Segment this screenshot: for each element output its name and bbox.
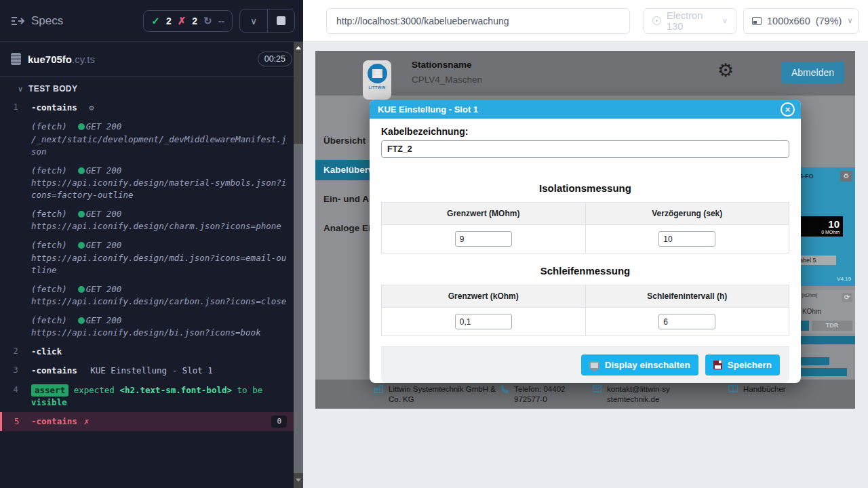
stop-button[interactable] <box>267 9 294 32</box>
logout-button[interactable]: Abmelden <box>781 62 844 83</box>
fetch-tag: (fetch) <box>31 165 67 177</box>
loop-intervall-input[interactable] <box>658 314 715 329</box>
kue-settings-dialog: KUE Einstellung - Slot 1 × Kabelbezeichn… <box>370 100 801 383</box>
gear-icon: ⚙ <box>89 103 94 113</box>
fetch-log-row[interactable]: (fetch)GET 200 https://api.iconify.desig… <box>0 311 294 342</box>
browser-topbar: Electron 130 ∨ 1000x660 (79%) ∨ <box>303 0 868 42</box>
scrollbar-thumb[interactable] <box>294 144 303 473</box>
command-row[interactable]: 3 -contains KUE Einstellung - Slot 1 <box>0 361 294 380</box>
footer-phone: Telefon: 04402 972577-0 <box>500 384 592 409</box>
spec-duration-badge: 00:25 <box>258 52 292 66</box>
iso-col2-header: Verzögerung (sek) <box>585 203 789 225</box>
collapse-button[interactable]: ∨ <box>240 9 267 32</box>
save-button[interactable]: Speichern <box>705 354 780 375</box>
fetch-status: GET 200 <box>86 208 122 220</box>
loop-col2-header: Schleifenintervall (h) <box>585 285 789 308</box>
fetch-status: GET 200 <box>86 165 122 177</box>
specs-panel-icon[interactable] <box>11 16 24 26</box>
viewport-select[interactable]: 1000x660 (79%) ∨ <box>743 8 859 34</box>
fetch-status: GET 200 <box>86 121 122 133</box>
fetch-url: https://api.iconify.design/material-symb… <box>31 177 290 201</box>
cypress-reporter: Specs ✓ 2 ✗ 2 ↻ -- ∨ kue705fo.cy.ts 0 <box>0 0 303 488</box>
fetch-url: https://api.iconify.design/bi.json?icons… <box>31 327 290 339</box>
electron-icon <box>652 16 661 25</box>
status-dot-icon <box>78 167 85 174</box>
station-value: CPLV4_Maschen <box>412 75 482 85</box>
chevron-down-icon: ∨ <box>722 16 728 25</box>
ohm-value: 22 KOhm <box>793 302 852 315</box>
fail-x-icon: ✗ <box>84 415 90 428</box>
footer-manuals[interactable]: Handbücher <box>728 384 786 409</box>
passed-count: 2 <box>166 16 172 26</box>
iso-grenzwert-input[interactable] <box>455 231 512 247</box>
command-row[interactable]: 2 -click <box>0 342 294 361</box>
dialog-footer: Display einschalten Speichern <box>381 346 789 383</box>
iso-col1-header: Grenzwert (MOhm) <box>382 203 586 225</box>
phone-icon <box>500 384 509 394</box>
station-label: Stationsname <box>412 60 482 70</box>
email-icon <box>592 384 602 392</box>
app-header <box>315 51 855 96</box>
viewport-size: 1000x660 <box>767 16 810 26</box>
slot-gear-icon[interactable]: ⚙ <box>840 171 852 182</box>
chevron-down-icon: ∨ <box>250 16 257 26</box>
fetch-log-row[interactable]: (fetch)GET 200 /_next/static/development… <box>0 117 294 161</box>
tdr-button[interactable]: TDR <box>812 321 852 331</box>
pending-icon: ↻ <box>203 15 212 27</box>
chevron-down-icon: ∨ <box>847 16 852 25</box>
isolation-section-title: Isolationsmessung <box>381 182 789 194</box>
fetch-url: https://api.iconify.design/mdi.json?icon… <box>31 252 290 277</box>
kabel-label: Kabelbezeichnung: <box>381 126 789 137</box>
footer-company: Littwin Systemtechnik GmbH & Co. KG <box>374 384 500 409</box>
test-body-header[interactable]: ∨ TEST BODY <box>0 77 303 98</box>
command-name: -contains <box>31 415 77 428</box>
spec-file-name: kue705fo.cy.ts <box>28 54 95 65</box>
reporter-scrollbar[interactable] <box>294 42 303 488</box>
display-value: 10 <box>796 218 840 230</box>
assert-row[interactable]: 4 assert expected <h2.text-sm.font-bold>… <box>0 381 294 412</box>
schleifen-section-title: Schleifenmessung <box>381 265 789 277</box>
scroll-down-button[interactable] <box>294 474 303 485</box>
browser-name: Electron 130 <box>667 10 717 32</box>
fetch-tag: (fetch) <box>31 121 67 133</box>
close-icon[interactable]: × <box>781 102 795 117</box>
command-name: -click <box>31 346 62 357</box>
fetch-log-row[interactable]: (fetch)GET 200 https://api.iconify.desig… <box>0 205 294 236</box>
fail-count-badge: 0 <box>271 415 287 428</box>
command-number: 3 <box>0 365 31 377</box>
command-log: 1 -contains ⚙ (fetch)GET 200 /_next/stat… <box>0 98 294 431</box>
status-dot-icon <box>78 286 85 293</box>
isolation-table: Grenzwert (MOhm) Verzögerung (sek) <box>381 202 789 253</box>
settings-gear-icon[interactable]: ⚙ <box>717 60 734 81</box>
footer-email[interactable]: kontakt@littwin-systemtechnik.de <box>592 384 673 409</box>
screen: Specs ✓ 2 ✗ 2 ↻ -- ∨ kue705fo.cy.ts 0 <box>0 0 868 488</box>
factory-icon <box>374 384 384 393</box>
littwin-logo: LITTWIN <box>363 60 391 100</box>
reload-icon[interactable]: ⟳ <box>842 293 852 302</box>
logo-circle-icon <box>368 64 387 83</box>
failed-icon: ✗ <box>178 15 186 27</box>
iso-verzoegerung-input[interactable] <box>658 231 715 247</box>
spec-file-row[interactable]: kue705fo.cy.ts 00:25 <box>0 42 303 77</box>
command-row[interactable]: 1 -contains ⚙ <box>0 98 294 117</box>
assert-badge: assert <box>31 384 68 396</box>
display-on-button[interactable]: Display einschalten <box>581 354 698 375</box>
test-stats: ✓ 2 ✗ 2 ↻ -- <box>143 10 233 32</box>
scroll-up-button[interactable] <box>294 42 303 53</box>
book-icon <box>728 384 738 393</box>
browser-select[interactable]: Electron 130 ∨ <box>644 8 736 34</box>
loop-grenzwert-input[interactable] <box>455 314 512 329</box>
fetch-tag: (fetch) <box>31 314 67 327</box>
chevron-down-icon: ∨ <box>18 85 23 94</box>
fetch-log-row[interactable]: (fetch)GET 200 https://api.iconify.desig… <box>0 280 294 311</box>
fetch-log-row[interactable]: (fetch)GET 200 https://api.iconify.desig… <box>0 161 294 205</box>
fetch-log-row[interactable]: (fetch)GET 200 https://api.iconify.desig… <box>0 236 294 279</box>
failed-command-row[interactable]: 5 -contains ✗ 0 <box>0 412 294 431</box>
url-input[interactable] <box>326 8 630 34</box>
pending-count: -- <box>218 16 224 26</box>
kabelbezeichnung-input[interactable] <box>381 140 789 158</box>
loop-col1-header: Grenzwert (kOhm) <box>382 285 586 308</box>
command-number: 2 <box>0 346 31 358</box>
station-info: Stationsname CPLV4_Maschen <box>412 60 482 85</box>
specs-label[interactable]: Specs <box>31 14 63 28</box>
